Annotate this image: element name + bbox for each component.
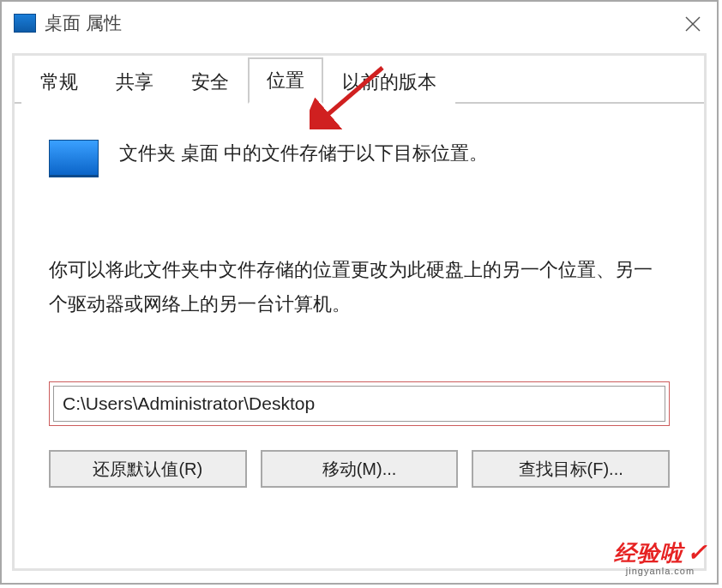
- move-button[interactable]: 移动(M)...: [261, 450, 459, 488]
- button-row: 还原默认值(R) 移动(M)... 查找目标(F)...: [49, 450, 670, 488]
- watermark-text: 经验啦: [614, 540, 683, 566]
- desktop-icon: [14, 14, 36, 33]
- help-text: 你可以将此文件夹中文件存储的位置更改为此硬盘上的另一个位置、另一个驱动器或网络上…: [49, 253, 670, 321]
- watermark: 经验啦✓ jingyanla.com: [614, 541, 707, 576]
- window-title: 桌面 属性: [45, 11, 122, 35]
- tab-content: 文件夹 桌面 中的文件存储于以下目标位置。 你可以将此文件夹中文件存储的位置更改…: [15, 104, 704, 488]
- properties-dialog: 桌面 属性 常规 共享 安全 位置 以前的版本: [0, 0, 719, 585]
- close-icon: [683, 14, 703, 34]
- description-row: 文件夹 桌面 中的文件存储于以下目标位置。: [49, 138, 670, 177]
- tab-sharing[interactable]: 共享: [97, 59, 172, 104]
- path-highlight: [49, 381, 670, 426]
- titlebar: 桌面 属性: [2, 2, 717, 45]
- find-target-button[interactable]: 查找目标(F)...: [472, 450, 670, 488]
- restore-defaults-button[interactable]: 还原默认值(R): [49, 450, 247, 488]
- tab-location[interactable]: 位置: [248, 57, 323, 104]
- tab-previous-versions[interactable]: 以前的版本: [323, 59, 455, 104]
- tab-bar: 常规 共享 安全 位置 以前的版本: [15, 56, 704, 104]
- close-button[interactable]: [683, 14, 703, 34]
- folder-icon: [49, 140, 99, 177]
- dialog-body: 常规 共享 安全 位置 以前的版本 文件夹 桌面 中的文件存储于以下目标位置。 …: [12, 53, 707, 571]
- tab-general[interactable]: 常规: [21, 59, 97, 104]
- check-icon: ✓: [687, 539, 707, 566]
- path-input[interactable]: [53, 386, 665, 422]
- tab-security[interactable]: 安全: [172, 59, 248, 104]
- watermark-url: jingyanla.com: [614, 567, 707, 576]
- description-text: 文件夹 桌面 中的文件存储于以下目标位置。: [119, 138, 488, 169]
